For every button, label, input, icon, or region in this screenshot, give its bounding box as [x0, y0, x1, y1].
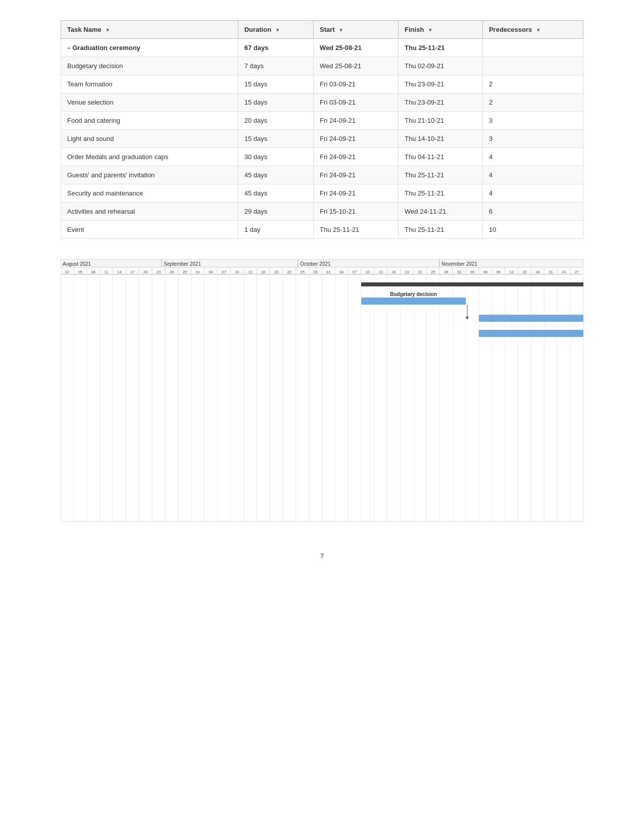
- filter-icon-duration[interactable]: ▼: [275, 27, 280, 33]
- cell-duration: 45 days: [238, 166, 313, 184]
- svg-text:November 2021: November 2021: [441, 261, 478, 267]
- svg-text:27: 27: [575, 270, 579, 274]
- svg-text:14: 14: [117, 270, 121, 274]
- svg-text:02: 02: [65, 270, 69, 274]
- table-row: Guests' and parents' invitation45 daysFr…: [61, 166, 583, 184]
- cell-start: Fri 24-09-21: [314, 184, 399, 203]
- cell-start: Fri 24-09-21: [314, 148, 399, 166]
- cell-duration: 30 days: [238, 148, 313, 166]
- cell-task-name: −Graduation ceremony: [61, 39, 238, 57]
- svg-text:19: 19: [274, 270, 278, 274]
- svg-text:13: 13: [248, 270, 252, 274]
- table-row: Food and catering20 daysFri 24-09-21Thu …: [61, 112, 583, 130]
- svg-text:06: 06: [483, 270, 487, 274]
- cell-finish: Thu 23-09-21: [399, 75, 483, 93]
- svg-rect-136: [479, 315, 583, 322]
- cell-start: Fri 24-09-21: [314, 130, 399, 148]
- col-header-finish[interactable]: Finish ▼: [399, 21, 483, 39]
- cell-duration: 1 day: [238, 221, 313, 239]
- page-number-text: 7: [320, 552, 324, 560]
- cell-task-name: Order Medals and graduation caps: [61, 148, 238, 166]
- svg-text:09: 09: [497, 270, 501, 274]
- svg-text:10: 10: [235, 270, 239, 274]
- cell-finish: Thu 25-11-21: [399, 221, 483, 239]
- cell-duration: 67 days: [238, 39, 313, 57]
- cell-predecessors: 2: [482, 93, 583, 112]
- cell-predecessors: [482, 57, 583, 75]
- cell-finish: Thu 02-09-21: [399, 57, 483, 75]
- table-row: Venue selection15 daysFri 03-09-21Thu 23…: [61, 93, 583, 112]
- cell-predecessors: [482, 39, 583, 57]
- svg-text:22: 22: [418, 270, 422, 274]
- svg-text:28: 28: [444, 270, 448, 274]
- cell-task-name: Light and sound: [61, 130, 238, 148]
- cell-duration: 15 days: [238, 75, 313, 93]
- cell-predecessors: 4: [482, 166, 583, 184]
- svg-text:Budgetary decision: Budgetary decision: [390, 291, 437, 297]
- cell-predecessors: 3: [482, 112, 583, 130]
- svg-text:18: 18: [535, 270, 539, 274]
- cell-start: Thu 25-11-21: [314, 221, 399, 239]
- cell-duration: 29 days: [238, 203, 313, 221]
- svg-text:07: 07: [222, 270, 226, 274]
- cell-predecessors: 2: [482, 75, 583, 93]
- svg-text:03: 03: [470, 270, 474, 274]
- svg-text:25: 25: [301, 270, 305, 274]
- col-header-duration[interactable]: Duration ▼: [238, 21, 313, 39]
- cell-predecessors: 6: [482, 203, 583, 221]
- table-row: −Graduation ceremony67 daysWed 25-08-21T…: [61, 39, 583, 57]
- col-header-task-name[interactable]: Task Name ▼: [61, 21, 238, 39]
- svg-text:01: 01: [196, 270, 200, 274]
- filter-icon-start[interactable]: ▼: [338, 27, 343, 33]
- page-number: 7: [61, 552, 583, 560]
- svg-rect-131: [361, 282, 583, 286]
- filter-icon-task[interactable]: ▼: [105, 27, 110, 33]
- cell-finish: Thu 21-10-21: [399, 112, 483, 130]
- cell-finish: Thu 25-11-21: [399, 39, 483, 57]
- svg-rect-134: [361, 298, 466, 305]
- svg-text:28: 28: [313, 270, 317, 274]
- cell-task-name: Venue selection: [61, 93, 238, 112]
- cell-task-name: Food and catering: [61, 112, 238, 130]
- col-header-start[interactable]: Start ▼: [314, 21, 399, 39]
- cell-start: Fri 03-09-21: [314, 93, 399, 112]
- svg-text:31: 31: [457, 270, 461, 274]
- svg-text:17: 17: [130, 270, 134, 274]
- collapse-icon[interactable]: −: [67, 45, 70, 51]
- svg-text:29: 29: [183, 270, 187, 274]
- svg-text:20: 20: [143, 270, 147, 274]
- cell-finish: Thu 14-10-21: [399, 130, 483, 148]
- cell-task-name: Guests' and parents' invitation: [61, 166, 238, 184]
- svg-text:11: 11: [104, 270, 108, 274]
- cell-finish: Thu 23-09-21: [399, 93, 483, 112]
- svg-text:23: 23: [157, 270, 161, 274]
- cell-finish: Thu 04-11-21: [399, 148, 483, 166]
- svg-text:05: 05: [78, 270, 82, 274]
- cell-task-name: Security and maintenance: [61, 184, 238, 203]
- svg-text:22: 22: [287, 270, 291, 274]
- table-row: Team formation15 daysFri 03-09-21Thu 23-…: [61, 75, 583, 93]
- cell-start: Fri 24-09-21: [314, 112, 399, 130]
- cell-task-name: Team formation: [61, 75, 238, 93]
- cell-duration: 15 days: [238, 130, 313, 148]
- cell-finish: Wed 24-11-21: [399, 203, 483, 221]
- cell-start: Fri 03-09-21: [314, 75, 399, 93]
- table-row: Activities and rehearsal29 daysFri 15-10…: [61, 203, 583, 221]
- filter-icon-finish[interactable]: ▼: [428, 27, 433, 33]
- svg-text:October 2021: October 2021: [300, 261, 331, 267]
- cell-task-name: Activities and rehearsal: [61, 203, 238, 221]
- table-row: Light and sound15 daysFri 24-09-21Thu 14…: [61, 130, 583, 148]
- svg-text:08: 08: [91, 270, 95, 274]
- gantt-chart: August 2021September 2021October 2021Nov…: [61, 259, 583, 522]
- svg-text:August 2021: August 2021: [63, 261, 91, 267]
- cell-duration: 7 days: [238, 57, 313, 75]
- filter-icon-pred[interactable]: ▼: [536, 27, 541, 33]
- cell-duration: 15 days: [238, 93, 313, 112]
- svg-text:15: 15: [522, 270, 526, 274]
- cell-duration: 45 days: [238, 184, 313, 203]
- cell-finish: Thu 25-11-21: [399, 184, 483, 203]
- cell-predecessors: 4: [482, 184, 583, 203]
- svg-rect-138: [479, 330, 583, 337]
- svg-text:25: 25: [431, 270, 435, 274]
- col-header-predecessors[interactable]: Predecessors ▼: [482, 21, 583, 39]
